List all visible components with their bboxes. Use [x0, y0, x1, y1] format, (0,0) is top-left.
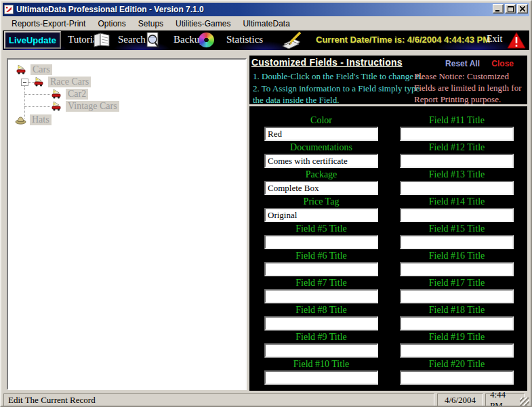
field-title[interactable]: Field #13 Title: [400, 169, 514, 180]
status-date-text: 4/6/2004: [445, 395, 476, 406]
field-input-20[interactable]: [400, 370, 514, 385]
field-group-11: Field #11 Title: [400, 115, 514, 141]
field-input-18[interactable]: [400, 316, 514, 330]
field-title[interactable]: Package: [264, 169, 378, 180]
close-button[interactable]: [517, 4, 528, 14]
search-icon[interactable]: [145, 32, 161, 49]
field-group-10: Field #10 Title: [264, 359, 378, 385]
tree-item-hats[interactable]: Hats: [15, 114, 52, 126]
field-input-17[interactable]: [400, 289, 514, 303]
field-title[interactable]: Field #16 Title: [400, 251, 514, 261]
field-input-5[interactable]: [264, 235, 378, 249]
minimize-button[interactable]: [493, 4, 504, 14]
field-title[interactable]: Field #18 Title: [400, 305, 514, 316]
instruction-2: 2. To Assign information to a Field simp…: [253, 83, 424, 106]
field-group-package: Package: [264, 169, 378, 195]
tree-item-cars[interactable]: Cars: [16, 64, 52, 76]
tree-item-label: Race Cars: [48, 77, 91, 87]
current-datetime: Current Date/Time is: 4/6/2004 4:44:43 P…: [316, 35, 490, 45]
status-time-text: 4:44 PM: [490, 389, 520, 407]
toolbar: LiveUpdate Tutorial Search Backup Statis…: [3, 30, 529, 50]
status-bar: Edit The Current Record 4/6/2004 4:44 PM: [3, 393, 529, 407]
field-input-14[interactable]: [400, 208, 514, 222]
field-input-8[interactable]: [264, 316, 378, 330]
field-group-9: Field #9 Title: [264, 332, 378, 358]
field-title[interactable]: Field #17 Title: [400, 278, 514, 288]
field-title[interactable]: Field #15 Title: [400, 223, 514, 234]
field-input-16[interactable]: [400, 262, 514, 276]
backup-cd-icon[interactable]: [199, 33, 214, 47]
field-group-13: Field #13 Title: [400, 169, 514, 195]
collapse-icon[interactable]: [21, 79, 28, 86]
field-group-19: Field #19 Title: [400, 332, 514, 358]
separator: [249, 104, 527, 106]
field-input-19[interactable]: [400, 343, 514, 358]
hat-icon: [15, 116, 26, 125]
field-title[interactable]: Field #20 Title: [400, 359, 514, 370]
field-group-5: Field #5 Title: [264, 223, 378, 249]
close-panel-button[interactable]: Close: [491, 59, 514, 68]
field-group-price-tag: Price Tag: [264, 196, 378, 222]
menu-setups[interactable]: Setups: [132, 18, 169, 30]
field-input-13[interactable]: [400, 181, 514, 195]
customized-fields-panel: Customized Fields - Instructions Reset A…: [249, 56, 527, 391]
field-title[interactable]: Field #19 Title: [400, 332, 514, 343]
field-group-17: Field #17 Title: [400, 278, 514, 303]
tree-item-vintage-cars[interactable]: Vintage Cars: [52, 100, 119, 112]
search-button[interactable]: Search: [118, 34, 146, 45]
status-message: Edit The Current Record: [3, 393, 434, 406]
exit-warning-icon[interactable]: [507, 32, 526, 49]
field-title[interactable]: Field #14 Title: [400, 196, 514, 207]
app-window: UltimateData Professional Edition - Vers…: [0, 0, 532, 407]
field-input-6[interactable]: [264, 262, 378, 276]
book-icon[interactable]: [93, 33, 110, 47]
statistics-button[interactable]: Statistics: [226, 34, 263, 45]
field-input-9[interactable]: [264, 343, 378, 358]
field-input-15[interactable]: [400, 235, 514, 249]
field-group-14: Field #14 Title: [400, 196, 514, 222]
field-title[interactable]: Field #12 Title: [400, 142, 514, 153]
menu-ultimatedata[interactable]: UltimateData: [237, 18, 295, 30]
tree-item-label: Cars: [30, 64, 52, 75]
car-icon: [34, 77, 45, 87]
statistics-pencil-icon[interactable]: [282, 31, 304, 49]
field-title[interactable]: Color: [264, 115, 378, 126]
field-title[interactable]: Price Tag: [264, 196, 378, 207]
field-input-price-tag[interactable]: [264, 208, 378, 222]
tree-item-label: Hats: [30, 114, 52, 125]
field-input-documentations[interactable]: [264, 154, 378, 168]
field-title[interactable]: Field #11 Title: [400, 115, 514, 126]
resize-grip[interactable]: [520, 398, 529, 407]
field-title[interactable]: Documentations: [264, 142, 378, 153]
liveupdate-button[interactable]: LiveUpdate: [4, 31, 61, 49]
field-input-10[interactable]: [264, 370, 378, 385]
reset-all-button[interactable]: Reset All: [445, 59, 480, 68]
status-time: 4:44 PM: [485, 393, 525, 406]
tree-connector: [28, 82, 34, 83]
menu-reports-export-print[interactable]: Reports-Export-Print: [5, 18, 91, 30]
exit-button[interactable]: Exit: [487, 34, 502, 45]
field-input-color[interactable]: [264, 127, 378, 141]
tree-item-car2[interactable]: Car2: [52, 88, 88, 100]
field-group-18: Field #18 Title: [400, 305, 514, 330]
tree-item-label: Vintage Cars: [66, 101, 119, 112]
title-bar: UltimateData Professional Edition - Vers…: [3, 3, 529, 16]
field-title[interactable]: Field #7 Title: [264, 278, 378, 288]
field-group-15: Field #15 Title: [400, 223, 514, 249]
field-title[interactable]: Field #6 Title: [264, 251, 378, 261]
menu-utilities-games[interactable]: Utilities-Games: [169, 18, 237, 30]
field-title[interactable]: Field #10 Title: [264, 359, 378, 370]
menu-options[interactable]: Options: [91, 18, 131, 30]
car-icon: [52, 89, 62, 99]
field-input-package[interactable]: [264, 181, 378, 195]
maximize-button[interactable]: [505, 4, 516, 14]
field-title[interactable]: Field #9 Title: [264, 332, 378, 343]
field-group-12: Field #12 Title: [400, 142, 514, 168]
field-input-12[interactable]: [400, 154, 514, 168]
field-title[interactable]: Field #8 Title: [264, 305, 378, 316]
field-input-7[interactable]: [264, 289, 378, 303]
tree-item-race-cars[interactable]: Race Cars: [21, 76, 91, 88]
field-input-11[interactable]: [400, 127, 514, 141]
field-title[interactable]: Field #5 Title: [264, 223, 378, 234]
field-group-16: Field #16 Title: [400, 251, 514, 276]
